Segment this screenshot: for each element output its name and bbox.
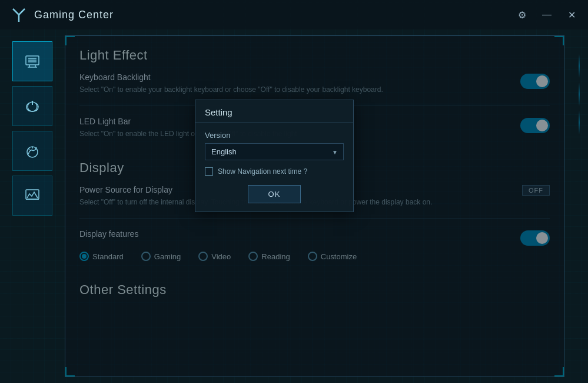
sidebar-item-display[interactable] [12,41,52,81]
sidebar [6,35,59,377]
sidebar-item-performance[interactable] [12,131,52,171]
content-panel: Light Effect Keyboard Backlight Select "… [65,35,564,377]
svg-line-15 [28,148,29,150]
setting-dialog: Setting Version English Chinese Spanish … [195,100,354,212]
minimize-button[interactable]: — [540,8,554,22]
settings-button[interactable]: ⚙ [515,8,529,22]
close-button[interactable]: ✕ [564,8,579,22]
version-row: Version English Chinese Spanish French G… [205,131,344,160]
svg-line-0 [13,9,19,15]
show-nav-checkbox[interactable] [205,167,213,176]
dialog-body: Version English Chinese Spanish French G… [195,123,353,212]
right-panel [570,35,588,377]
right-panel-line-1 [579,54,580,78]
main-layout: Light Effect Keyboard Backlight Select "… [0,29,588,383]
sidebar-item-power[interactable] [12,86,52,126]
title-bar-logo: Gaming Center [9,5,515,24]
app-title: Gaming Center [34,9,114,21]
version-select[interactable]: English Chinese Spanish French German [205,143,344,160]
right-panel-line-2 [579,82,580,106]
dialog-title: Setting [195,100,353,123]
right-panel-line-3 [579,111,580,134]
sidebar-item-monitor[interactable] [12,176,52,216]
checkbox-row: Show Navigation next time ? [205,167,344,176]
version-label: Version [205,131,344,140]
title-bar: Gaming Center ⚙ — ✕ [0,0,588,29]
version-select-wrapper: English Chinese Spanish French German [205,143,344,160]
show-nav-label: Show Navigation next time ? [218,167,307,176]
window-controls: ⚙ — ✕ [515,8,579,22]
svg-line-1 [19,9,25,15]
ok-button[interactable]: OK [248,185,301,203]
app-logo-icon [9,5,28,24]
